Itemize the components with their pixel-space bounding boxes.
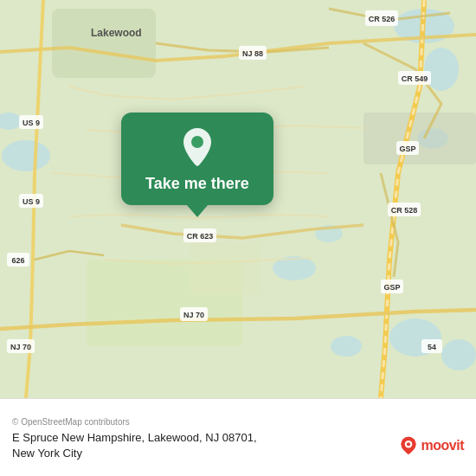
address-line1: E Spruce New Hampshire, Lakewood, NJ 087… <box>12 431 257 444</box>
svg-rect-14 <box>190 242 260 294</box>
tooltip-arrow <box>187 205 208 217</box>
map-attribution: © OpenStreetMap contributors <box>12 417 464 427</box>
svg-text:CR 526: CR 526 <box>369 15 396 23</box>
bottom-bar: © OpenStreetMap contributors E Spruce Ne… <box>0 398 476 476</box>
moovit-pin-icon <box>399 436 418 455</box>
svg-text:54: 54 <box>428 343 436 351</box>
address-line2: New York City <box>12 447 82 460</box>
map-container[interactable]: CR 526 NJ 88 CR 549 US 9 GSP US 9 CR 623… <box>0 0 476 398</box>
svg-text:NJ 88: NJ 88 <box>242 49 263 58</box>
svg-text:CR 623: CR 623 <box>187 232 214 241</box>
moovit-logo: moovit <box>399 436 464 455</box>
svg-point-8 <box>331 336 362 357</box>
svg-text:GSP: GSP <box>399 145 415 153</box>
svg-text:CR 528: CR 528 <box>391 206 418 215</box>
svg-rect-11 <box>52 9 156 78</box>
tooltip-box[interactable]: Take me there <box>121 113 273 205</box>
address-text: E Spruce New Hampshire, Lakewood, NJ 087… <box>12 430 399 461</box>
svg-point-45 <box>406 442 409 446</box>
svg-text:GSP: GSP <box>383 283 400 292</box>
svg-text:NJ 70: NJ 70 <box>10 343 31 351</box>
svg-point-1 <box>2 140 50 171</box>
tooltip-overlay: Take me there <box>121 113 273 217</box>
svg-rect-12 <box>363 113 476 164</box>
location-pin-icon <box>182 128 213 166</box>
take-me-there-button[interactable]: Take me there <box>145 175 249 193</box>
svg-point-7 <box>441 339 476 370</box>
svg-text:626: 626 <box>11 256 24 265</box>
svg-text:Lakewood: Lakewood <box>91 27 142 39</box>
svg-text:CR 549: CR 549 <box>402 74 428 83</box>
moovit-brand-label: moovit <box>421 438 464 453</box>
svg-text:US 9: US 9 <box>23 119 40 127</box>
svg-text:US 9: US 9 <box>23 197 40 206</box>
address-row: E Spruce New Hampshire, Lakewood, NJ 087… <box>12 430 464 461</box>
svg-text:NJ 70: NJ 70 <box>183 311 204 319</box>
svg-point-42 <box>191 136 203 148</box>
